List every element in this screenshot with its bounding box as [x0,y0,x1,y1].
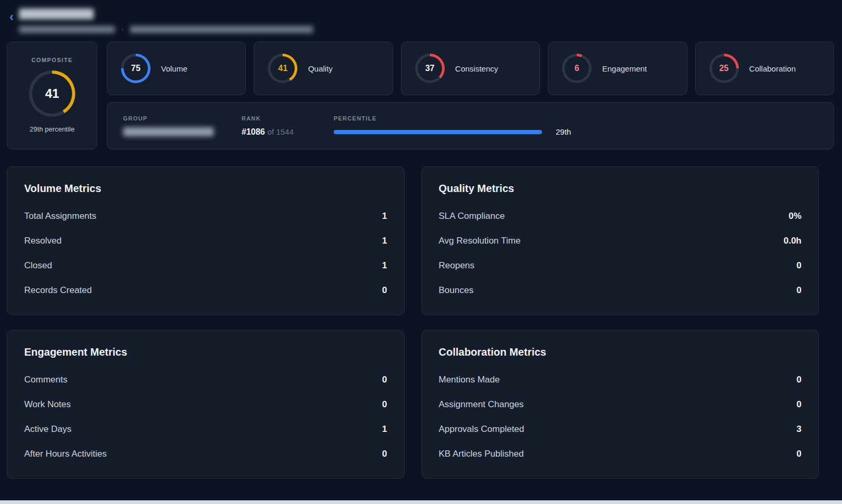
gauge-inner: 25 [712,56,736,80]
rank-value: #1086 [242,127,265,136]
gauge-label: Engagement [602,64,647,73]
metric-row: Approvals Completed 3 [439,424,802,435]
gauge-inner: 75 [124,56,148,80]
composite-gauge: 41 [29,70,75,117]
gauge-value: 75 [131,64,141,73]
metric-row: Work Notes 0 [24,399,387,410]
metric-value: 0 [382,375,387,385]
metric-label: Comments [24,375,67,385]
gauge-label: Collaboration [749,64,796,73]
composite-label: COMPOSITE [32,57,73,63]
percentile-progress-bar [334,130,542,134]
gauge-label: Quality [308,64,333,73]
gauge-value: 41 [278,64,287,73]
metric-value: 0 [382,285,387,296]
metric-label: SLA Compliance [439,211,505,221]
volume-gauge: 75 [121,54,151,83]
gauge-label: Volume [161,64,187,73]
metric-label: After Hours Activities [24,449,107,459]
metric-label: Records Created [24,285,92,296]
gauge-label: Consistency [455,64,498,73]
back-chevron-icon[interactable]: ‹ [9,11,14,23]
engagement-gauge: 6 [562,54,592,83]
gauge-row: 75 Volume 41 Quality 37 [107,42,834,95]
panel-quality-metrics: Quality Metrics SLA Compliance 0% Avg Re… [422,166,819,315]
metric-row: Assignment Changes 0 [439,399,802,410]
gauge-inner: 37 [418,56,442,80]
metric-value: 0 [382,399,387,410]
percentile-column: PERCENTILE 29th [334,115,818,136]
score-right-column: 75 Volume 41 Quality 37 [107,42,834,149]
metric-value: 0 [797,285,801,296]
metric-label: Reopens [439,260,475,271]
separator-dot: · [121,25,124,34]
metric-value: 0 [382,449,387,459]
score-card-collaboration: 25 Collaboration [695,42,834,95]
header: ‹ · [0,0,842,34]
redacted-subtitle-left [19,26,115,33]
score-card-quality: 41 Quality [254,42,393,95]
gauge-inner: 41 [270,56,295,80]
consistency-gauge: 37 [415,54,445,83]
panel-title: Collaboration Metrics [439,346,802,358]
panel-volume-metrics: Volume Metrics Total Assignments 1 Resol… [7,166,405,315]
metric-row: Resolved 1 [24,236,387,246]
percentile-line: 29th [334,127,818,136]
gauge-inner: 6 [565,56,589,80]
metric-row: Closed 1 [24,260,387,271]
metric-value: 1 [382,424,387,435]
percentile-value: 29th [556,127,571,136]
metric-label: Work Notes [24,399,71,410]
metric-row: Avg Resolution Time 0.0h [439,236,802,246]
metric-row: Mentions Made 0 [439,375,802,385]
metric-row: Bounces 0 [439,285,802,296]
metric-value: 1 [382,211,387,221]
header-text: · [19,6,313,34]
panel-title: Engagement Metrics [24,346,387,358]
composite-percentile: 29th percentile [29,125,74,133]
gauge-value: 6 [575,64,579,73]
metric-label: Resolved [24,236,62,246]
rank-total: of 1544 [267,127,294,136]
quality-gauge: 41 [268,54,297,83]
summary-bar: GROUP RANK #1086 of 1544 PERCENTILE 29th [107,102,834,149]
collaboration-gauge: 25 [709,54,739,83]
percentile-label: PERCENTILE [334,115,818,122]
metric-value: 1 [382,260,387,271]
redacted-group-name [123,127,214,136]
metric-row: Reopens 0 [439,260,802,271]
panel-title: Volume Metrics [24,183,387,195]
bottom-scrollbar[interactable] [0,500,842,504]
gauge-value: 37 [425,64,435,73]
metric-label: Active Days [24,424,72,435]
header-subtitle: · [19,25,313,34]
rank-column: RANK #1086 of 1544 [242,115,310,137]
composite-score-card: COMPOSITE 41 29th percentile [7,42,97,149]
metric-label: Avg Resolution Time [439,236,521,246]
composite-value: 41 [45,86,59,101]
metric-label: KB Articles Published [439,449,524,459]
metric-value: 0 [797,375,801,385]
metric-row: Total Assignments 1 [24,211,387,221]
metrics-grid: Volume Metrics Total Assignments 1 Resol… [7,166,819,479]
score-section: COMPOSITE 41 29th percentile 75 Volume [7,42,834,149]
group-column: GROUP [123,115,218,136]
metric-label: Approvals Completed [439,424,525,435]
redacted-page-title [19,8,94,19]
score-card-volume: 75 Volume [107,42,246,95]
rank-label: RANK [242,115,310,122]
score-card-consistency: 37 Consistency [401,42,540,95]
metric-value: 0% [788,211,801,221]
score-card-engagement: 6 Engagement [548,42,687,95]
metric-row: SLA Compliance 0% [439,211,802,221]
panel-engagement-metrics: Engagement Metrics Comments 0 Work Notes… [7,330,405,479]
metric-value: 3 [797,424,801,435]
panel-title: Quality Metrics [439,183,802,195]
rank-line: #1086 of 1544 [242,127,310,137]
metric-row: KB Articles Published 0 [439,449,802,459]
metric-value: 0 [797,260,801,271]
metric-value: 0 [797,399,801,410]
metric-value: 1 [382,236,387,246]
metric-value: 0 [797,449,801,459]
metric-label: Total Assignments [24,211,96,221]
